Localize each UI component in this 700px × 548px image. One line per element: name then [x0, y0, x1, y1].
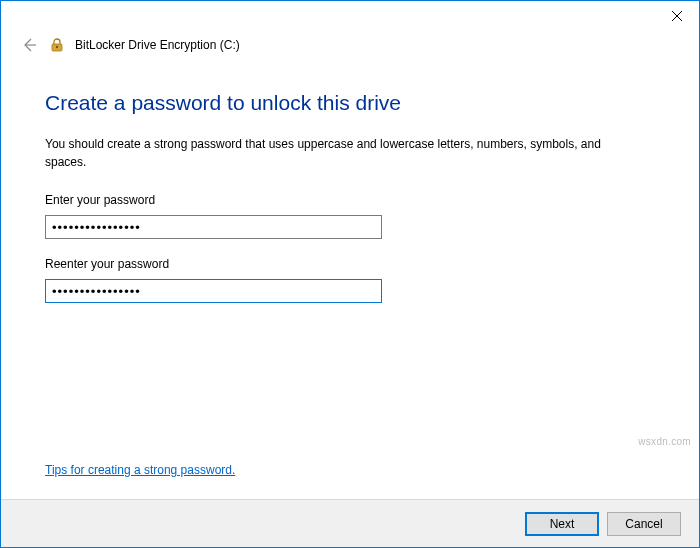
cancel-button[interactable]: Cancel: [607, 512, 681, 536]
reenter-password-label: Reenter your password: [45, 257, 655, 271]
close-button[interactable]: [655, 1, 699, 31]
enter-password-input[interactable]: [45, 215, 382, 239]
bitlocker-icon: [49, 37, 65, 53]
page-heading: Create a password to unlock this drive: [45, 91, 655, 115]
wizard-window: BitLocker Drive Encryption (C:) Create a…: [0, 0, 700, 548]
content-area: Create a password to unlock this drive Y…: [1, 55, 699, 499]
next-button[interactable]: Next: [525, 512, 599, 536]
enter-password-label: Enter your password: [45, 193, 655, 207]
back-button[interactable]: [19, 35, 39, 55]
header-row: BitLocker Drive Encryption (C:): [1, 31, 699, 55]
watermark: wsxdn.com: [638, 436, 691, 447]
back-arrow-icon: [21, 37, 37, 53]
description-text: You should create a strong password that…: [45, 135, 625, 171]
svg-point-4: [56, 46, 58, 48]
tips-link[interactable]: Tips for creating a strong password.: [45, 463, 235, 477]
button-bar: Next Cancel: [1, 499, 699, 547]
close-icon: [672, 11, 682, 21]
wizard-title: BitLocker Drive Encryption (C:): [75, 38, 240, 52]
reenter-password-input[interactable]: [45, 279, 382, 303]
title-bar: [1, 1, 699, 31]
